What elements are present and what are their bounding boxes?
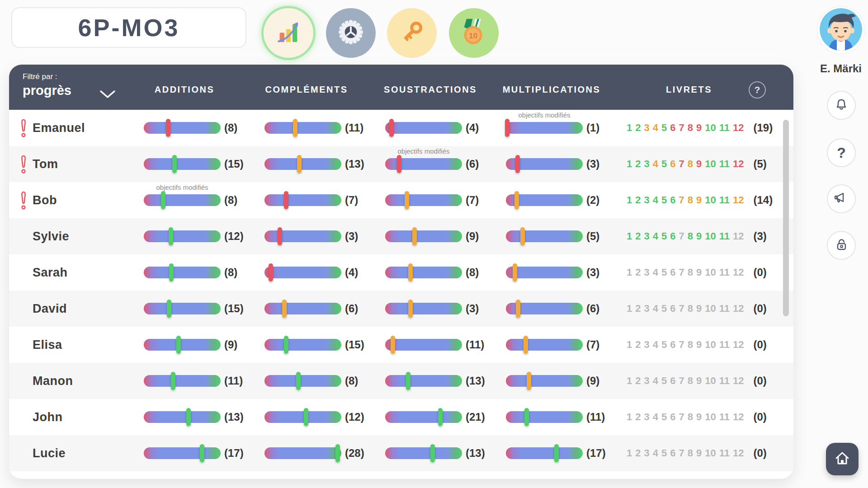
livret-number-9[interactable]: 9 bbox=[696, 375, 702, 387]
livret-number-6[interactable]: 6 bbox=[670, 267, 675, 278]
livret-number-1[interactable]: 1 bbox=[627, 267, 632, 278]
livret-number-7[interactable]: 7 bbox=[679, 230, 684, 242]
progress-marker[interactable] bbox=[296, 372, 301, 390]
settings-button[interactable] bbox=[326, 8, 376, 58]
student-name[interactable]: Elisa bbox=[33, 338, 62, 352]
home-button[interactable] bbox=[826, 443, 859, 475]
student-name[interactable]: Bob bbox=[33, 193, 57, 207]
livret-number-5[interactable]: 5 bbox=[661, 447, 667, 459]
progress-marker[interactable] bbox=[282, 300, 287, 318]
skill-bar-soustractions[interactable] bbox=[385, 194, 462, 206]
skill-bar-complements[interactable] bbox=[264, 339, 341, 351]
livret-number-10[interactable]: 10 bbox=[705, 411, 716, 423]
progress-marker[interactable] bbox=[297, 155, 302, 173]
skill-bar-multiplications[interactable] bbox=[506, 303, 583, 314]
progress-marker[interactable] bbox=[167, 300, 171, 318]
livret-number-3[interactable]: 3 bbox=[644, 158, 650, 170]
livret-number-7[interactable]: 7 bbox=[679, 158, 684, 170]
livret-number-9[interactable]: 9 bbox=[696, 230, 702, 242]
progress-marker[interactable] bbox=[284, 191, 288, 209]
skill-bar-multiplications[interactable] bbox=[506, 194, 583, 206]
skill-bar-soustractions[interactable] bbox=[385, 303, 462, 314]
livret-number-3[interactable]: 3 bbox=[644, 194, 650, 206]
skill-bar-multiplications[interactable] bbox=[506, 447, 583, 459]
livret-number-4[interactable]: 4 bbox=[653, 194, 658, 206]
progress-chart-button[interactable] bbox=[264, 8, 313, 58]
progress-marker[interactable] bbox=[554, 444, 559, 462]
progress-marker[interactable] bbox=[304, 408, 308, 426]
livret-number-5[interactable]: 5 bbox=[661, 339, 667, 351]
livret-number-12[interactable]: 12 bbox=[733, 303, 744, 314]
skill-bar-multiplications[interactable] bbox=[506, 230, 583, 242]
livret-number-11[interactable]: 11 bbox=[719, 158, 730, 170]
livret-number-12[interactable]: 12 bbox=[733, 230, 744, 242]
progress-marker[interactable] bbox=[524, 408, 529, 426]
livret-number-4[interactable]: 4 bbox=[653, 411, 658, 423]
progress-marker[interactable] bbox=[514, 191, 519, 209]
progress-marker[interactable] bbox=[405, 191, 409, 209]
livret-number-5[interactable]: 5 bbox=[661, 194, 667, 206]
livret-number-1[interactable]: 1 bbox=[627, 303, 632, 314]
livret-number-7[interactable]: 7 bbox=[679, 122, 684, 134]
livret-number-5[interactable]: 5 bbox=[661, 158, 667, 170]
livret-number-8[interactable]: 8 bbox=[688, 303, 693, 314]
livret-number-6[interactable]: 6 bbox=[670, 339, 675, 351]
filter-dropdown[interactable]: progrès bbox=[23, 83, 71, 98]
skill-bar-soustractions[interactable] bbox=[385, 230, 462, 242]
skill-bar-complements[interactable] bbox=[264, 375, 341, 387]
livret-number-1[interactable]: 1 bbox=[627, 122, 632, 134]
livret-number-7[interactable]: 7 bbox=[679, 447, 684, 459]
skill-bar-soustractions[interactable] bbox=[385, 158, 462, 170]
livret-number-5[interactable]: 5 bbox=[661, 230, 667, 242]
livret-number-2[interactable]: 2 bbox=[635, 303, 641, 314]
livret-number-6[interactable]: 6 bbox=[670, 447, 675, 459]
progress-marker[interactable] bbox=[186, 408, 191, 426]
livret-number-7[interactable]: 7 bbox=[679, 339, 684, 351]
skill-bar-soustractions[interactable] bbox=[385, 375, 462, 387]
livret-number-8[interactable]: 8 bbox=[688, 267, 693, 278]
skill-bar-additions[interactable] bbox=[144, 158, 221, 170]
livret-number-12[interactable]: 12 bbox=[733, 411, 744, 423]
livret-number-3[interactable]: 3 bbox=[644, 303, 650, 314]
skill-bar-soustractions[interactable] bbox=[385, 447, 462, 459]
livret-number-4[interactable]: 4 bbox=[653, 303, 658, 314]
skill-bar-soustractions[interactable] bbox=[385, 339, 462, 351]
livret-number-12[interactable]: 12 bbox=[733, 194, 744, 206]
help-button[interactable]: ? bbox=[827, 138, 856, 167]
livret-number-7[interactable]: 7 bbox=[679, 194, 684, 206]
livret-number-2[interactable]: 2 bbox=[635, 158, 641, 170]
skill-bar-additions[interactable] bbox=[144, 375, 221, 387]
livret-number-8[interactable]: 8 bbox=[688, 194, 693, 206]
table-scrollbar[interactable] bbox=[783, 120, 789, 316]
livret-number-2[interactable]: 2 bbox=[635, 267, 641, 278]
livret-number-8[interactable]: 8 bbox=[688, 122, 693, 134]
livret-number-4[interactable]: 4 bbox=[653, 158, 658, 170]
livret-number-7[interactable]: 7 bbox=[679, 267, 684, 278]
progress-marker[interactable] bbox=[172, 155, 177, 173]
progress-marker[interactable] bbox=[335, 444, 340, 462]
skill-bar-multiplications[interactable] bbox=[506, 411, 583, 423]
livret-number-2[interactable]: 2 bbox=[635, 230, 641, 242]
livret-number-10[interactable]: 10 bbox=[705, 158, 716, 170]
progress-marker[interactable] bbox=[389, 119, 394, 137]
livret-number-4[interactable]: 4 bbox=[653, 267, 658, 278]
livret-number-8[interactable]: 8 bbox=[688, 339, 693, 351]
livret-number-3[interactable]: 3 bbox=[644, 267, 650, 278]
class-name-box[interactable]: 6P-MO3 bbox=[11, 7, 246, 48]
progress-marker[interactable] bbox=[391, 336, 395, 354]
student-name[interactable]: Sarah bbox=[33, 266, 68, 280]
skill-bar-soustractions[interactable] bbox=[385, 122, 462, 134]
livret-number-6[interactable]: 6 bbox=[670, 411, 675, 423]
livret-number-5[interactable]: 5 bbox=[661, 411, 667, 423]
progress-marker[interactable] bbox=[161, 191, 165, 209]
skill-bar-complements[interactable] bbox=[264, 303, 341, 314]
livret-number-2[interactable]: 2 bbox=[635, 339, 641, 351]
progress-marker[interactable] bbox=[430, 444, 435, 462]
livret-number-6[interactable]: 6 bbox=[670, 230, 675, 242]
livret-number-2[interactable]: 2 bbox=[635, 194, 641, 206]
progress-marker[interactable] bbox=[171, 372, 175, 390]
skill-bar-complements[interactable] bbox=[264, 158, 341, 170]
skill-bar-multiplications[interactable] bbox=[506, 158, 583, 170]
skill-bar-multiplications[interactable] bbox=[506, 339, 583, 351]
progress-marker[interactable] bbox=[527, 372, 531, 390]
